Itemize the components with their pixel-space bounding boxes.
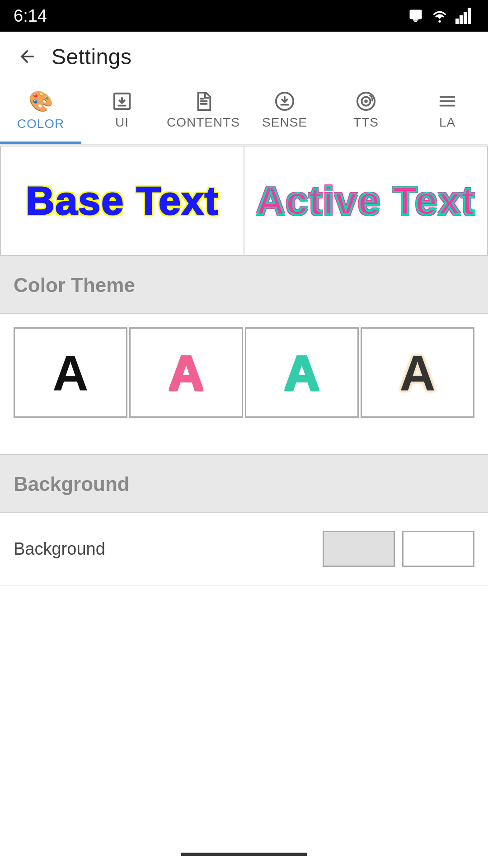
svg-rect-5: [460, 15, 463, 24]
svg-rect-0: [410, 10, 422, 19]
bottom-nav-indicator: [181, 853, 307, 856]
theme-options: A A A A: [0, 314, 488, 431]
status-time: 6:14: [14, 6, 47, 26]
svg-rect-20: [440, 105, 455, 107]
wifi-icon: [430, 8, 449, 24]
tab-ui[interactable]: UI: [81, 81, 163, 144]
svg-point-17: [364, 99, 368, 103]
tab-contents-label: CONTENTS: [167, 115, 240, 130]
tab-ui-label: UI: [115, 115, 129, 130]
tab-bar: 🎨 COLOR UI CONTENTS: [0, 81, 488, 145]
download-circle-icon: [274, 91, 295, 112]
theme-option-black[interactable]: A: [14, 327, 127, 418]
background-row: Background: [0, 513, 488, 585]
back-arrow-icon: [17, 47, 37, 66]
svg-rect-4: [455, 19, 459, 24]
download-box-icon: [112, 91, 132, 112]
theme-a-teal-letter: A: [284, 344, 319, 401]
tab-color-label: COLOR: [17, 117, 65, 131]
theme-a-cream-letter: A: [399, 344, 435, 401]
base-text-label: Base Text: [26, 178, 219, 224]
tab-sense-label: SENSE: [262, 115, 307, 130]
background-title: Background: [14, 473, 130, 495]
signal-icon: [455, 8, 474, 24]
tab-color[interactable]: 🎨 COLOR: [0, 81, 81, 144]
palette-icon: 🎨: [28, 90, 53, 113]
background-swatches: [323, 531, 474, 567]
tab-tts-label: TTS: [353, 115, 379, 130]
active-text-label: Active Text: [256, 178, 475, 224]
hearing-icon: [356, 91, 376, 112]
text-preview-section: Base Text Active Text: [0, 146, 488, 256]
page-title: Settings: [52, 44, 131, 69]
svg-rect-2: [414, 21, 417, 22]
bottom-nav: [0, 841, 488, 868]
document-icon: [193, 91, 214, 112]
top-bar: Settings: [0, 32, 488, 81]
theme-option-teal[interactable]: A: [245, 327, 359, 418]
svg-rect-18: [440, 96, 455, 98]
tab-tts[interactable]: TTS: [325, 81, 407, 144]
status-icons: [408, 8, 474, 24]
tab-contents[interactable]: CONTENTS: [163, 81, 244, 144]
tab-la-label: LA: [439, 115, 455, 130]
bg-swatch-white[interactable]: [402, 531, 474, 567]
color-theme-title: Color Theme: [14, 274, 135, 296]
theme-option-cream[interactable]: A: [361, 327, 474, 418]
svg-rect-19: [440, 100, 455, 102]
base-text-preview[interactable]: Base Text: [1, 146, 244, 255]
bg-swatch-gray[interactable]: [323, 531, 395, 567]
background-header: Background: [0, 454, 488, 513]
background-row-label: Background: [14, 539, 105, 559]
svg-rect-7: [468, 8, 471, 24]
active-text-preview[interactable]: Active Text: [244, 146, 487, 255]
theme-a-pink-letter: A: [168, 344, 204, 401]
svg-rect-6: [464, 12, 467, 24]
tab-sense[interactable]: SENSE: [244, 81, 325, 144]
color-theme-header: Color Theme: [0, 256, 488, 314]
background-section: Background Background: [0, 454, 488, 585]
back-button[interactable]: [14, 43, 41, 70]
theme-option-pink[interactable]: A: [129, 327, 243, 418]
svg-point-3: [438, 20, 441, 23]
theme-a-black-letter: A: [52, 344, 88, 401]
tab-la[interactable]: LA: [407, 81, 488, 144]
notification-icon: [408, 8, 424, 24]
status-bar: 6:14: [0, 0, 488, 32]
la-icon: [437, 91, 458, 112]
svg-rect-1: [413, 19, 418, 21]
